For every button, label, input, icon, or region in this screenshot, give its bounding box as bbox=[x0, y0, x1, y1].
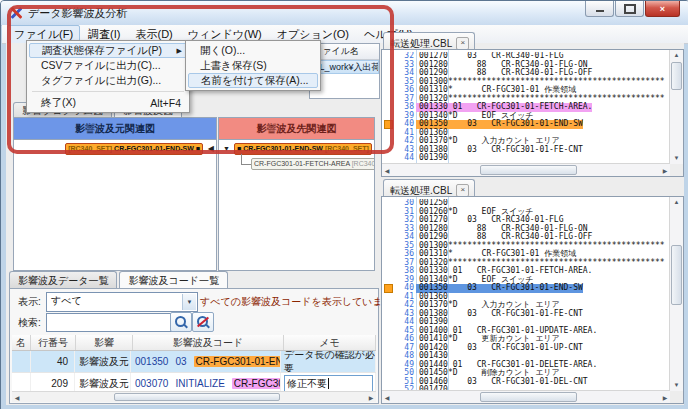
scroll-up-icon[interactable]: ▲ bbox=[670, 50, 683, 61]
vertical-scrollbar[interactable]: ▲ ▼ bbox=[669, 197, 683, 391]
window-title: データ影響波及分析 bbox=[28, 6, 128, 21]
bookmark-marker-icon[interactable] bbox=[382, 120, 395, 129]
source-code-view-bottom: 3000125031001260*D EOF スイッチ32001270 03 C… bbox=[381, 196, 684, 404]
table-header-row: 名 行番号 影響 影響波及コード メモ bbox=[12, 335, 376, 351]
menu-item-exit[interactable]: 終了(X) Alt+F4 bbox=[29, 95, 187, 110]
column-header-name[interactable]: 名 bbox=[12, 335, 31, 350]
scroll-left-icon[interactable]: ◀ bbox=[12, 392, 22, 402]
table-row[interactable]: 40影響波及元00135003CR-FGC301-01-END-SWデータ長の確… bbox=[12, 351, 376, 373]
table-horizontal-scrollbar[interactable]: ◀ ▶ bbox=[12, 391, 376, 402]
impact-list-panel: 影響波及データ一覧 影響波及コード一覧 表示: すべて ▼ すべての影響波及コー… bbox=[9, 271, 379, 404]
code-lines-0: 32001270 03 CR-RC340-01-FLG33001280 88 C… bbox=[382, 52, 670, 163]
expand-arrow-icon[interactable]: ▼ bbox=[223, 145, 230, 152]
memo-edit-cell[interactable]: 修正不要 bbox=[284, 375, 373, 393]
source-code-view-top: 32001270 03 CR-RC340-01-FLG33001280 88 C… bbox=[381, 49, 684, 177]
display-filter-label: 表示: bbox=[18, 295, 41, 309]
scrollbar-thumb[interactable] bbox=[480, 392, 577, 402]
close-button[interactable]: × bbox=[645, 1, 680, 17]
submenu-item-overwrite-save[interactable]: 上書き保存(S) bbox=[188, 58, 318, 73]
source-node[interactable]: [RC340_SET] CR-FGC301-01-END-SW ■ bbox=[65, 143, 203, 155]
search-input[interactable] bbox=[46, 313, 172, 332]
clear-search-button[interactable] bbox=[192, 312, 214, 332]
scroll-down-icon[interactable]: ▼ bbox=[670, 380, 683, 391]
horizontal-scrollbar[interactable]: ◀ ▶ bbox=[382, 163, 670, 176]
impact-target-relation-panel: 影響波及先関連図 ▼ ■ CR-FGC301-01-END-SW [RC340_… bbox=[218, 117, 375, 271]
tab-impact-code-list[interactable]: 影響波及コード一覧 bbox=[119, 271, 227, 288]
impact-source-relation-body: [RC340_SET] CR-FGC301-01-END-SW ■ ◀ bbox=[14, 140, 216, 270]
scrollbar-thumb[interactable] bbox=[671, 245, 682, 305]
scroll-up-icon[interactable]: ▲ bbox=[670, 197, 683, 208]
search-label: 検索: bbox=[18, 316, 41, 330]
menu-separator bbox=[32, 91, 184, 92]
tree-connector bbox=[241, 153, 251, 165]
scroll-right-icon[interactable]: ▶ bbox=[366, 392, 376, 402]
scroll-right-icon[interactable]: ▶ bbox=[660, 391, 670, 403]
target-root-node[interactable]: ■ CR-FGC301-01-END-SW [RC340_SET] bbox=[234, 143, 372, 155]
title-bar[interactable]: データ影響波及分析 × bbox=[1, 1, 688, 26]
submenu-item-open[interactable]: 開く(O)... bbox=[188, 43, 318, 58]
column-header-memo[interactable]: メモ bbox=[284, 335, 376, 350]
scroll-left-icon[interactable]: ◀ bbox=[382, 391, 392, 403]
submenu-item-save-as[interactable]: 名前を付けて保存(A)... bbox=[188, 73, 318, 88]
scrollbar-corner bbox=[670, 391, 683, 403]
impact-target-relation-title: 影響波及先関連図 bbox=[219, 118, 374, 140]
search-button[interactable] bbox=[170, 312, 192, 332]
scrollbar-thumb[interactable] bbox=[114, 393, 280, 401]
scrollbar-thumb[interactable] bbox=[480, 165, 577, 175]
scrollbar-thumb[interactable] bbox=[671, 62, 682, 90]
submenu-arrow-icon: ▶ bbox=[177, 47, 182, 55]
save-state-submenu: 開く(O)... 上書き保存(S) 名前を付けて保存(A)... bbox=[185, 40, 321, 91]
impact-source-relation-panel: 影響波及元関連図 [RC340_SET] CR-FGC301-01-END-SW… bbox=[13, 117, 217, 271]
target-child-node[interactable]: CR-FGC301-01-FETCH-AREA [RC340_SET] bbox=[251, 158, 374, 170]
collapse-arrow-icon[interactable]: ◀ bbox=[208, 144, 214, 153]
source-code-panel-top: 転送処理.CBL × 32001270 03 CR-RC340-01-FLG33… bbox=[381, 32, 684, 177]
display-filter-select[interactable]: すべて ▼ bbox=[46, 292, 198, 312]
scrollbar-corner bbox=[670, 164, 683, 176]
tab-impact-data-list[interactable]: 影響波及データ一覧 bbox=[9, 271, 117, 288]
impact-list-body: 表示: すべて ▼ すべての影響波及コードを表示しています。 検索: 名 行番号… bbox=[9, 288, 379, 404]
menu-item-tag-export[interactable]: タグファイルに出力(G)... bbox=[29, 73, 187, 88]
bookmark-marker-icon[interactable] bbox=[382, 284, 395, 293]
chevron-down-icon[interactable]: ▼ bbox=[182, 294, 196, 310]
menu-item-save-state-file[interactable]: 調査状態保存ファイル(P) ▶ bbox=[29, 43, 187, 58]
column-header-impact-code[interactable]: 影響波及コード bbox=[133, 335, 284, 350]
impact-target-relation-body: ▼ ■ CR-FGC301-01-END-SW [RC340_SET] CR-F… bbox=[219, 140, 374, 270]
scroll-left-icon[interactable]: ◀ bbox=[382, 164, 392, 176]
impact-code-table: 名 行番号 影響 影響波及コード メモ 40影響波及元00135003CR-FG… bbox=[12, 335, 376, 402]
file-menu-dropdown: 調査状態保存ファイル(P) ▶ CSVファイルに出力(C)... タグファイルに… bbox=[26, 40, 190, 113]
maximize-button[interactable] bbox=[615, 1, 644, 17]
horizontal-scrollbar[interactable]: ◀ ▶ bbox=[382, 390, 670, 403]
scroll-right-icon[interactable]: ▶ bbox=[660, 164, 670, 176]
impact-source-relation-title: 影響波及元関連図 bbox=[14, 118, 216, 140]
scroll-down-icon[interactable]: ▼ bbox=[670, 153, 683, 164]
code-lines-1: 3000125031001260*D EOF スイッチ32001270 03 C… bbox=[382, 199, 670, 390]
vertical-scrollbar[interactable]: ▲ ▼ bbox=[669, 50, 683, 164]
menu-item-csv-export[interactable]: CSVファイルに出力(C)... bbox=[29, 58, 187, 73]
minimize-button[interactable] bbox=[585, 1, 614, 17]
code-line[interactable]: 44001390 bbox=[382, 154, 670, 163]
source-code-panel-bottom: 転送処理.CBL × 3000125031001260*D EOF スイッチ32… bbox=[381, 179, 684, 404]
impact-list-tab-bar: 影響波及データ一覧 影響波及コード一覧 bbox=[9, 271, 379, 288]
filter-status-text: すべての影響波及コードを表示しています。 bbox=[200, 295, 403, 309]
column-header-line-no[interactable]: 行番号 bbox=[31, 335, 76, 350]
column-header-impact[interactable]: 影響 bbox=[76, 335, 133, 350]
app-icon bbox=[9, 6, 23, 20]
application-window: データ影響波及分析 × ファイル(F) 調査(I) 表示(D) ウィンドウ(W)… bbox=[0, 0, 688, 409]
menu-shortcut: Alt+F4 bbox=[134, 97, 181, 109]
